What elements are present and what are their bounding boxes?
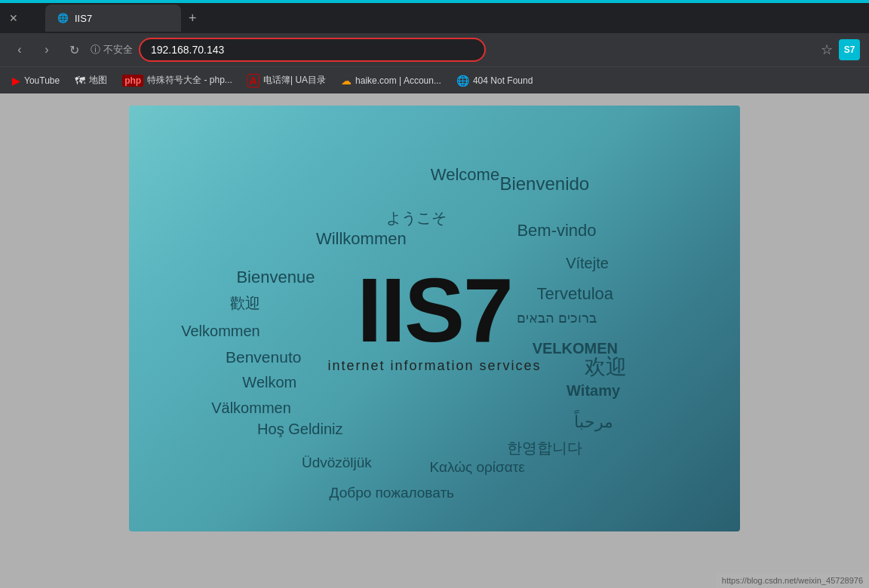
welcome-word: Velkommen [181, 323, 260, 340]
welcome-word: 한영합니다 [507, 438, 582, 458]
new-tab-button[interactable]: + [181, 11, 204, 26]
address-bar-row: ‹ › ↻ ⓘ 不安全 ☆ S7 [0, 33, 869, 66]
php-icon: php [122, 75, 143, 87]
profile-avatar[interactable]: S7 [839, 39, 860, 60]
iis-welcome-image: WelcomeようこそBienvenidoBem-vindoWillkommen… [129, 106, 740, 531]
insecure-icon: ⓘ 不安全 [91, 43, 133, 57]
bookmark-youtube[interactable]: ▶ YouTube [6, 72, 66, 90]
status-bar: https://blog.csdn.net/weixin_45728976 [716, 573, 869, 588]
welcome-word: Willkommen [316, 229, 407, 249]
bookmark-phone[interactable]: A 电话簿| UA目录 [241, 71, 332, 90]
welcome-word: ようこそ [386, 208, 447, 228]
reload-button[interactable]: ↻ [63, 39, 84, 60]
welcome-word: Добро пожаловать [330, 485, 454, 501]
welcome-word: Üdvözöljük [302, 455, 372, 471]
maps-icon: 🗺 [75, 75, 85, 87]
welcome-word: Welcome [431, 165, 499, 185]
page-area: WelcomeようこそBienvenidoBem-vindoWillkommen… [0, 93, 869, 588]
bookmark-maps[interactable]: 🗺 地图 [69, 71, 113, 90]
tab-bar: ✕ 🌐 IIS7 + [0, 3, 869, 33]
address-input[interactable] [151, 44, 474, 56]
tab-inactive-label: ✕ [9, 12, 18, 24]
welcome-word: Bienvenido [499, 173, 589, 194]
iis-title: IIS7 [327, 264, 541, 354]
tab-inactive[interactable]: ✕ [0, 5, 45, 31]
tab-active[interactable]: 🌐 IIS7 [45, 5, 181, 32]
tab-title: IIS7 [75, 13, 92, 24]
welcome-word: Hoş Geldiniz [257, 421, 342, 438]
bookmark-404-label: 404 Not Found [473, 75, 533, 86]
bookmark-php[interactable]: php 特殊符号大全 - php... [116, 71, 238, 90]
welcome-word: Welkom [242, 374, 296, 391]
welcome-word: 歡迎 [230, 293, 260, 314]
welcome-word: Bienvenue [236, 268, 315, 287]
status-bar-text: https://blog.csdn.net/weixin_45728976 [722, 576, 863, 585]
bookmark-haike[interactable]: ☁ haike.com | Accoun... [335, 72, 447, 90]
back-button[interactable]: ‹ [9, 39, 30, 60]
bookmark-youtube-label: YouTube [24, 75, 60, 86]
iis-subtitle: internet information services [327, 357, 541, 373]
welcome-word: Witamy [567, 382, 620, 400]
browser-chrome: ✕ 🌐 IIS7 + ‹ › ↻ ⓘ 不安全 ☆ S7 ▶ YouTube 🗺 … [0, 0, 869, 93]
welcome-word: Benvenuto [226, 348, 301, 366]
welcome-word: Tervetuloa [537, 284, 614, 304]
bookmark-php-label: 特殊符号大全 - php... [147, 74, 232, 87]
iis-center-content: IIS7 internet information services [327, 264, 541, 373]
bookmark-star-icon[interactable]: ☆ [821, 41, 833, 58]
insecure-label: 不安全 [103, 43, 133, 57]
bookmark-haike-label: haike.com | Accoun... [355, 75, 441, 86]
welcome-word: 欢迎 [585, 353, 627, 381]
bookmarks-bar: ▶ YouTube 🗺 地图 php 特殊符号大全 - php... A 电话簿… [0, 66, 869, 93]
globe-icon: 🌐 [456, 75, 469, 87]
bookmark-phone-label: 电话簿| UA目录 [263, 74, 326, 87]
welcome-word: Välkommen [211, 400, 291, 417]
welcome-word: Vítejte [566, 255, 609, 272]
welcome-word: Bem-vindo [517, 221, 596, 240]
cloud-icon: ☁ [341, 75, 352, 87]
bookmark-404[interactable]: 🌐 404 Not Found [450, 72, 539, 90]
tab-favicon: 🌐 [57, 13, 69, 23]
youtube-icon: ▶ [12, 75, 20, 87]
address-bar[interactable] [139, 38, 486, 62]
phone-icon: A [247, 74, 259, 87]
welcome-word: Καλώς ορίσατε [430, 459, 525, 476]
forward-button[interactable]: › [36, 39, 57, 60]
bookmark-maps-label: 地图 [89, 74, 107, 87]
welcome-word: مرحباً [574, 412, 613, 432]
